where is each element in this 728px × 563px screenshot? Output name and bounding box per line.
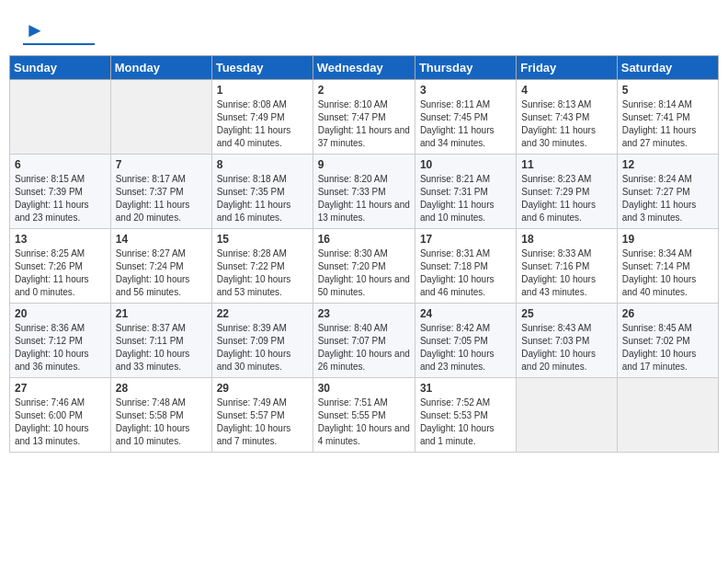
day-info: Sunrise: 8:33 AM Sunset: 7:16 PM Dayligh…: [521, 247, 611, 299]
day-number: 14: [116, 233, 207, 246]
day-info: Sunrise: 8:36 AM Sunset: 7:12 PM Dayligh…: [15, 322, 106, 373]
calendar-cell: 31Sunrise: 7:52 AM Sunset: 5:53 PM Dayli…: [415, 378, 516, 453]
calendar-cell: [517, 378, 617, 453]
calendar-cell: 27Sunrise: 7:46 AM Sunset: 6:00 PM Dayli…: [10, 378, 111, 453]
day-info: Sunrise: 8:10 AM Sunset: 7:47 PM Dayligh…: [318, 98, 410, 150]
calendar-cell: 30Sunrise: 7:51 AM Sunset: 5:55 PM Dayli…: [313, 378, 415, 453]
day-number: 15: [217, 233, 308, 246]
calendar-cell: 16Sunrise: 8:30 AM Sunset: 7:20 PM Dayli…: [313, 229, 415, 304]
calendar-cell: 19Sunrise: 8:34 AM Sunset: 7:14 PM Dayli…: [617, 229, 718, 304]
calendar-cell: 2Sunrise: 8:10 AM Sunset: 7:47 PM Daylig…: [313, 80, 415, 155]
day-number: 9: [318, 158, 410, 171]
day-info: Sunrise: 8:28 AM Sunset: 7:22 PM Dayligh…: [217, 247, 308, 299]
day-info: Sunrise: 7:52 AM Sunset: 5:53 PM Dayligh…: [420, 396, 511, 448]
calendar-cell: 3Sunrise: 8:11 AM Sunset: 7:45 PM Daylig…: [415, 80, 516, 155]
day-number: 28: [116, 382, 207, 395]
day-info: Sunrise: 8:39 AM Sunset: 7:09 PM Dayligh…: [217, 322, 308, 373]
day-number: 2: [318, 84, 410, 97]
calendar-cell: 6Sunrise: 8:15 AM Sunset: 7:39 PM Daylig…: [10, 155, 111, 229]
calendar-cell: 24Sunrise: 8:42 AM Sunset: 7:05 PM Dayli…: [415, 304, 516, 378]
calendar-cell: 21Sunrise: 8:37 AM Sunset: 7:11 PM Dayli…: [110, 304, 211, 378]
col-header-tuesday: Tuesday: [211, 56, 313, 80]
day-info: Sunrise: 8:14 AM Sunset: 7:41 PM Dayligh…: [622, 98, 713, 150]
calendar-cell: 13Sunrise: 8:25 AM Sunset: 7:26 PM Dayli…: [10, 229, 111, 304]
day-number: 12: [622, 158, 713, 171]
day-number: 4: [521, 84, 611, 97]
col-header-wednesday: Wednesday: [313, 56, 415, 80]
calendar-table: SundayMondayTuesdayWednesdayThursdayFrid…: [9, 55, 719, 453]
day-info: Sunrise: 8:20 AM Sunset: 7:33 PM Dayligh…: [318, 173, 410, 224]
day-number: 3: [420, 84, 511, 97]
calendar-cell: 9Sunrise: 8:20 AM Sunset: 7:33 PM Daylig…: [313, 155, 415, 229]
calendar-cell: 10Sunrise: 8:21 AM Sunset: 7:31 PM Dayli…: [415, 155, 516, 229]
day-info: Sunrise: 8:13 AM Sunset: 7:43 PM Dayligh…: [521, 98, 611, 150]
calendar-cell: 22Sunrise: 8:39 AM Sunset: 7:09 PM Dayli…: [211, 304, 313, 378]
day-info: Sunrise: 8:42 AM Sunset: 7:05 PM Dayligh…: [420, 322, 511, 373]
calendar-cell: 8Sunrise: 8:18 AM Sunset: 7:35 PM Daylig…: [211, 155, 313, 229]
calendar-cell: 5Sunrise: 8:14 AM Sunset: 7:41 PM Daylig…: [617, 80, 718, 155]
day-number: 6: [15, 158, 106, 171]
calendar-cell: [10, 80, 111, 155]
day-number: 19: [622, 233, 713, 246]
logo-arrow-icon: ►: [25, 18, 45, 42]
calendar-cell: 20Sunrise: 8:36 AM Sunset: 7:12 PM Dayli…: [10, 304, 111, 378]
page-header: ►: [9, 9, 719, 50]
day-number: 22: [217, 307, 308, 320]
day-info: Sunrise: 8:18 AM Sunset: 7:35 PM Dayligh…: [217, 173, 308, 224]
col-header-saturday: Saturday: [617, 56, 718, 80]
calendar-cell: 28Sunrise: 7:48 AM Sunset: 5:58 PM Dayli…: [110, 378, 211, 453]
day-number: 24: [420, 307, 511, 320]
day-info: Sunrise: 8:11 AM Sunset: 7:45 PM Dayligh…: [420, 98, 511, 150]
day-number: 25: [521, 307, 611, 320]
day-number: 18: [521, 233, 611, 246]
logo: ►: [23, 18, 95, 45]
day-number: 20: [15, 307, 106, 320]
day-number: 31: [420, 382, 511, 395]
calendar-cell: 25Sunrise: 8:43 AM Sunset: 7:03 PM Dayli…: [517, 304, 617, 378]
calendar-cell: 26Sunrise: 8:45 AM Sunset: 7:02 PM Dayli…: [617, 304, 718, 378]
calendar-cell: 12Sunrise: 8:24 AM Sunset: 7:27 PM Dayli…: [617, 155, 718, 229]
day-number: 16: [318, 233, 410, 246]
day-info: Sunrise: 7:51 AM Sunset: 5:55 PM Dayligh…: [318, 396, 410, 448]
day-info: Sunrise: 8:15 AM Sunset: 7:39 PM Dayligh…: [15, 173, 106, 224]
day-info: Sunrise: 8:27 AM Sunset: 7:24 PM Dayligh…: [116, 247, 207, 299]
day-info: Sunrise: 8:25 AM Sunset: 7:26 PM Dayligh…: [15, 247, 106, 299]
day-info: Sunrise: 7:46 AM Sunset: 6:00 PM Dayligh…: [15, 396, 106, 448]
day-number: 17: [420, 233, 511, 246]
col-header-sunday: Sunday: [10, 56, 111, 80]
day-info: Sunrise: 8:40 AM Sunset: 7:07 PM Dayligh…: [318, 322, 410, 373]
day-number: 7: [116, 158, 207, 171]
day-info: Sunrise: 8:43 AM Sunset: 7:03 PM Dayligh…: [521, 322, 611, 373]
day-info: Sunrise: 8:30 AM Sunset: 7:20 PM Dayligh…: [318, 247, 410, 299]
calendar-cell: 14Sunrise: 8:27 AM Sunset: 7:24 PM Dayli…: [110, 229, 211, 304]
calendar-cell: 4Sunrise: 8:13 AM Sunset: 7:43 PM Daylig…: [517, 80, 617, 155]
calendar-cell: 1Sunrise: 8:08 AM Sunset: 7:49 PM Daylig…: [211, 80, 313, 155]
calendar-cell: 11Sunrise: 8:23 AM Sunset: 7:29 PM Dayli…: [517, 155, 617, 229]
day-number: 21: [116, 307, 207, 320]
calendar-cell: [617, 378, 718, 453]
calendar-cell: 29Sunrise: 7:49 AM Sunset: 5:57 PM Dayli…: [211, 378, 313, 453]
day-info: Sunrise: 7:49 AM Sunset: 5:57 PM Dayligh…: [217, 396, 308, 448]
day-number: 8: [217, 158, 308, 171]
col-header-thursday: Thursday: [415, 56, 516, 80]
day-number: 11: [521, 158, 611, 171]
day-info: Sunrise: 8:23 AM Sunset: 7:29 PM Dayligh…: [521, 173, 611, 224]
calendar-cell: 7Sunrise: 8:17 AM Sunset: 7:37 PM Daylig…: [110, 155, 211, 229]
day-number: 30: [318, 382, 410, 395]
day-info: Sunrise: 8:24 AM Sunset: 7:27 PM Dayligh…: [622, 173, 713, 224]
day-number: 27: [15, 382, 106, 395]
calendar-cell: [110, 80, 211, 155]
day-number: 26: [622, 307, 713, 320]
calendar-cell: 23Sunrise: 8:40 AM Sunset: 7:07 PM Dayli…: [313, 304, 415, 378]
day-info: Sunrise: 8:37 AM Sunset: 7:11 PM Dayligh…: [116, 322, 207, 373]
day-number: 5: [622, 84, 713, 97]
day-info: Sunrise: 8:08 AM Sunset: 7:49 PM Dayligh…: [217, 98, 308, 150]
day-number: 1: [217, 84, 308, 97]
day-info: Sunrise: 8:34 AM Sunset: 7:14 PM Dayligh…: [622, 247, 713, 299]
day-info: Sunrise: 7:48 AM Sunset: 5:58 PM Dayligh…: [116, 396, 207, 448]
col-header-monday: Monday: [110, 56, 211, 80]
calendar-cell: 15Sunrise: 8:28 AM Sunset: 7:22 PM Dayli…: [211, 229, 313, 304]
day-number: 13: [15, 233, 106, 246]
day-info: Sunrise: 8:17 AM Sunset: 7:37 PM Dayligh…: [116, 173, 207, 224]
day-number: 23: [318, 307, 410, 320]
